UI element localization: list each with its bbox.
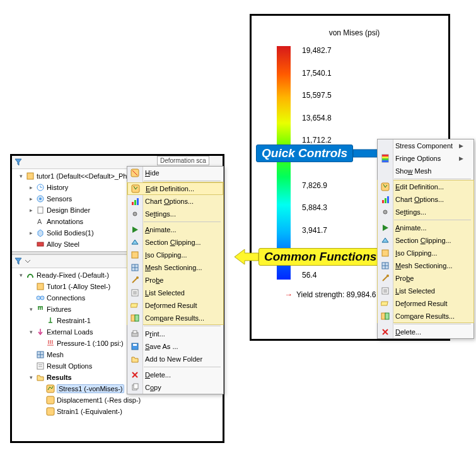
svg-rect-23: [37, 242, 44, 246]
filter-icon[interactable]: [15, 257, 22, 265]
menu-section-clipping[interactable]: Section Clipping...: [127, 236, 223, 249]
compare-icon: [380, 311, 390, 321]
svg-rect-33: [132, 185, 139, 192]
fringe-icon: [380, 153, 390, 163]
material-icon: [36, 240, 45, 249]
svg-rect-35: [134, 200, 136, 205]
section-clip-icon: [380, 235, 390, 245]
menu-delete[interactable]: Delete...: [378, 326, 473, 338]
svg-rect-42: [131, 304, 137, 307]
svg-rect-31: [47, 408, 54, 415]
menu-copy[interactable]: Copy: [127, 381, 223, 394]
legend-tick: 5,884.3: [302, 203, 332, 212]
arrow-right-icon: →: [284, 290, 293, 299]
deformed-icon: [380, 298, 390, 309]
list-icon: [380, 286, 390, 296]
print-icon: [130, 329, 140, 339]
solid-icon: [36, 228, 45, 237]
menu-iso-clipping[interactable]: Iso Clipping...: [127, 249, 223, 261]
svg-rect-7: [385, 198, 386, 203]
colorbar-scale: 19,482.7 17,540.1 15,597.5 13,654.8 11,7…: [302, 46, 332, 280]
sensors-icon: [36, 194, 45, 203]
delete-icon: [380, 327, 390, 337]
comparison-diagram: von Mises (psi) 19,482.7 17,540.1 15,597…: [0, 0, 476, 455]
svg-point-25: [37, 296, 40, 300]
menu-settings[interactable]: Settings...: [378, 206, 473, 218]
menu-compare-results[interactable]: Compare Results...: [378, 310, 473, 322]
legend-tick: 11,712.2: [302, 136, 332, 145]
menu-compare-results[interactable]: Compare Results...: [127, 312, 223, 324]
loads-icon: [36, 328, 45, 336]
menu-probe[interactable]: Probe: [127, 274, 223, 287]
menu-probe[interactable]: Probe: [378, 272, 473, 285]
svg-point-9: [383, 210, 387, 214]
menu-edit-definition[interactable]: Edit Definition...: [378, 180, 473, 193]
menu-show-mesh[interactable]: Show Mesh: [378, 165, 473, 177]
yield-label: Yield strength: 89,984.6: [296, 290, 376, 299]
svg-rect-6: [382, 200, 384, 203]
svg-rect-15: [381, 313, 385, 319]
menu-section-clipping[interactable]: Section Clipping...: [378, 234, 473, 247]
legend-tick: 19,482.7: [302, 46, 332, 55]
svg-rect-30: [47, 396, 54, 404]
svg-rect-34: [132, 202, 134, 205]
menu-print[interactable]: Print...: [127, 328, 223, 340]
legend-context-menu: Stress Component▶ Fringe Options▶ Show M…: [377, 139, 474, 339]
folder-add-icon: [130, 354, 140, 364]
svg-point-12: [386, 275, 389, 277]
menu-fringe-options[interactable]: Fringe Options▶: [378, 152, 473, 165]
probe-icon: [130, 275, 140, 285]
plot-icon: [380, 182, 390, 192]
connections-icon: [36, 293, 45, 302]
menu-mesh-sectioning[interactable]: Mesh Sectioning...: [127, 261, 223, 274]
results-folder-icon: [36, 373, 45, 382]
deformation-tab[interactable]: Deformation sca: [157, 156, 209, 165]
expand-icon[interactable]: ▸: [28, 184, 34, 191]
section-clip-icon: [130, 237, 140, 247]
menu-delete[interactable]: Delete...: [127, 369, 223, 381]
menu-hide[interactable]: Hide: [127, 167, 223, 179]
menu-animate[interactable]: Animate...: [378, 222, 473, 234]
svg-rect-17: [27, 173, 33, 179]
deformed-icon: [130, 300, 140, 310]
chart-icon: [130, 196, 140, 206]
menu-chart-options[interactable]: Chart Options...: [127, 195, 223, 208]
restraint-icon: [46, 316, 55, 325]
menu-list-selected[interactable]: List Selected: [127, 287, 223, 299]
svg-rect-14: [381, 302, 388, 305]
study-displacement-plot[interactable]: Displacement1 (-Res disp-): [15, 394, 223, 406]
legend-tick: 13,654.8: [302, 114, 332, 122]
study-icon: [26, 271, 35, 280]
part-icon: [26, 172, 35, 180]
menu-list-selected[interactable]: List Selected: [378, 285, 473, 297]
quick-controls-label: Quick Controls: [256, 145, 353, 162]
common-functions-label: Common Functions: [258, 248, 382, 266]
menu-add-to-folder[interactable]: Add to New Folder: [127, 353, 223, 365]
menu-deformed-result[interactable]: Deformed Result: [127, 299, 223, 312]
collapse-icon[interactable]: ▾: [18, 173, 24, 179]
svg-rect-16: [385, 313, 389, 319]
menu-animate[interactable]: Animate...: [127, 223, 223, 236]
svg-point-40: [136, 276, 139, 279]
menu-iso-clipping[interactable]: Iso Clipping...: [378, 247, 473, 259]
menu-chart-options[interactable]: Chart Options...: [378, 193, 473, 206]
copy-icon: [130, 382, 140, 393]
dropdown-icon[interactable]: [25, 258, 31, 264]
menu-save-as[interactable]: Save As ...: [127, 340, 223, 353]
legend-tick: 3,941.7: [302, 226, 332, 235]
svg-rect-8: [387, 196, 389, 203]
study-strain-plot[interactable]: Strain1 (-Equivalent-): [15, 406, 223, 417]
menu-stress-component[interactable]: Stress Component▶: [378, 139, 473, 152]
filter-icon[interactable]: [15, 158, 22, 166]
menu-settings[interactable]: Settings...: [127, 208, 223, 220]
legend-tick: 15,597.5: [302, 91, 332, 100]
menu-edit-definition[interactable]: Edit Definition...: [127, 182, 223, 195]
settings-icon: [380, 207, 390, 217]
svg-text:A: A: [37, 218, 42, 225]
play-icon: [130, 225, 140, 235]
menu-deformed-result[interactable]: Deformed Result: [378, 297, 473, 310]
legend-title: von Mises (psi): [277, 28, 432, 37]
svg-point-26: [40, 296, 44, 300]
menu-mesh-sectioning[interactable]: Mesh Sectioning...: [378, 259, 473, 272]
common-functions-group: Edit Definition... Chart Options... Sett…: [127, 182, 224, 325]
